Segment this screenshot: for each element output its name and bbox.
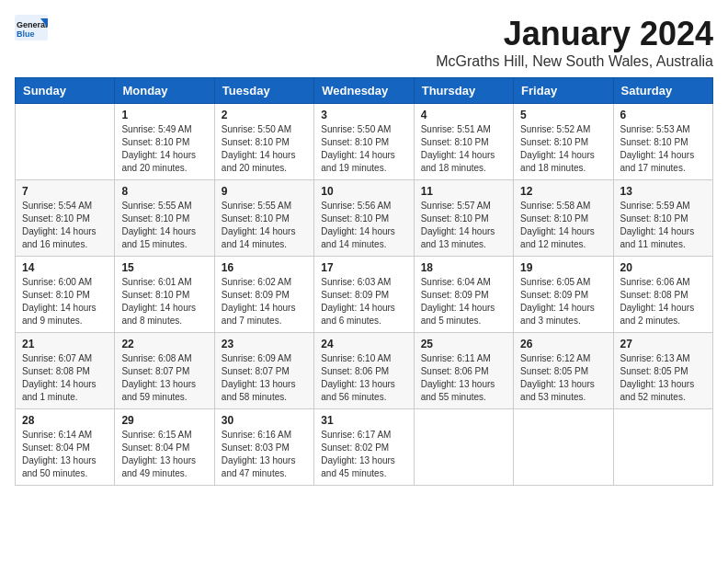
calendar-cell: 20Sunrise: 6:06 AM Sunset: 8:08 PM Dayli… (613, 257, 712, 333)
calendar-cell (514, 409, 613, 486)
calendar-cell: 3Sunrise: 5:50 AM Sunset: 8:10 PM Daylig… (314, 104, 414, 180)
calendar-cell: 14Sunrise: 6:00 AM Sunset: 8:10 PM Dayli… (16, 257, 115, 333)
weekday-header-thursday: Thursday (414, 78, 513, 104)
day-info: Sunrise: 6:16 AM Sunset: 8:03 PM Dayligh… (222, 429, 307, 480)
day-info: Sunrise: 5:53 AM Sunset: 8:10 PM Dayligh… (620, 123, 706, 175)
day-info: Sunrise: 6:08 AM Sunset: 8:07 PM Dayligh… (121, 352, 207, 404)
day-info: Sunrise: 5:55 AM Sunset: 8:10 PM Dayligh… (222, 200, 307, 251)
day-info: Sunrise: 6:17 AM Sunset: 8:02 PM Dayligh… (321, 429, 406, 480)
day-number: 12 (520, 185, 606, 198)
day-info: Sunrise: 5:59 AM Sunset: 8:10 PM Dayligh… (620, 200, 706, 251)
month-title: January 2024 (436, 15, 713, 53)
calendar-cell: 21Sunrise: 6:07 AM Sunset: 8:08 PM Dayli… (16, 333, 115, 409)
weekday-header-sunday: Sunday (16, 78, 115, 104)
calendar-cell: 22Sunrise: 6:08 AM Sunset: 8:07 PM Dayli… (115, 333, 214, 409)
calendar-cell: 17Sunrise: 6:03 AM Sunset: 8:09 PM Dayli… (314, 257, 414, 333)
day-info: Sunrise: 6:01 AM Sunset: 8:10 PM Dayligh… (121, 276, 207, 327)
day-number: 29 (121, 414, 207, 427)
day-number: 15 (121, 261, 207, 274)
day-number: 18 (421, 261, 506, 274)
day-number: 21 (22, 338, 108, 350)
calendar-cell: 31Sunrise: 6:17 AM Sunset: 8:02 PM Dayli… (314, 409, 414, 486)
calendar-cell: 24Sunrise: 6:10 AM Sunset: 8:06 PM Dayli… (314, 333, 414, 409)
week-row-5: 28Sunrise: 6:14 AM Sunset: 8:04 PM Dayli… (16, 409, 713, 486)
week-row-2: 7Sunrise: 5:54 AM Sunset: 8:10 PM Daylig… (16, 180, 713, 257)
day-number: 10 (321, 185, 406, 198)
calendar-cell: 23Sunrise: 6:09 AM Sunset: 8:07 PM Dayli… (214, 333, 313, 409)
page-header: General Blue January 2024 McGraths Hill,… (15, 15, 713, 70)
day-info: Sunrise: 5:55 AM Sunset: 8:10 PM Dayligh… (121, 200, 207, 251)
logo: General Blue (15, 15, 48, 40)
calendar-cell: 6Sunrise: 5:53 AM Sunset: 8:10 PM Daylig… (613, 104, 712, 180)
svg-text:General: General (17, 20, 48, 29)
day-info: Sunrise: 6:11 AM Sunset: 8:06 PM Dayligh… (421, 352, 506, 404)
calendar-cell: 19Sunrise: 6:05 AM Sunset: 8:09 PM Dayli… (514, 257, 613, 333)
day-info: Sunrise: 5:50 AM Sunset: 8:10 PM Dayligh… (222, 123, 307, 175)
calendar-cell (613, 409, 712, 486)
day-number: 3 (321, 109, 406, 121)
calendar-cell: 30Sunrise: 6:16 AM Sunset: 8:03 PM Dayli… (214, 409, 313, 486)
weekday-header-row: SundayMondayTuesdayWednesdayThursdayFrid… (16, 78, 713, 104)
title-area: January 2024 McGraths Hill, New South Wa… (436, 15, 713, 70)
day-number: 13 (620, 185, 706, 198)
calendar-cell: 9Sunrise: 5:55 AM Sunset: 8:10 PM Daylig… (214, 180, 313, 257)
svg-text:Blue: Blue (17, 29, 35, 39)
day-number: 26 (520, 338, 606, 350)
weekday-header-friday: Friday (514, 78, 613, 104)
day-number: 4 (421, 109, 506, 121)
calendar-cell: 27Sunrise: 6:13 AM Sunset: 8:05 PM Dayli… (613, 333, 712, 409)
day-info: Sunrise: 6:00 AM Sunset: 8:10 PM Dayligh… (22, 276, 108, 327)
day-number: 19 (520, 261, 606, 274)
day-number: 22 (121, 338, 207, 350)
day-number: 9 (222, 185, 307, 198)
calendar-cell (414, 409, 513, 486)
day-info: Sunrise: 6:13 AM Sunset: 8:05 PM Dayligh… (620, 352, 706, 404)
day-number: 31 (321, 414, 406, 427)
day-number: 23 (222, 338, 307, 350)
day-info: Sunrise: 5:54 AM Sunset: 8:10 PM Dayligh… (22, 200, 108, 251)
day-info: Sunrise: 5:51 AM Sunset: 8:10 PM Dayligh… (421, 123, 506, 175)
calendar-cell: 28Sunrise: 6:14 AM Sunset: 8:04 PM Dayli… (16, 409, 115, 486)
day-number: 25 (421, 338, 506, 350)
day-number: 20 (620, 261, 706, 274)
weekday-header-monday: Monday (115, 78, 214, 104)
calendar-cell: 8Sunrise: 5:55 AM Sunset: 8:10 PM Daylig… (115, 180, 214, 257)
day-number: 2 (222, 109, 307, 121)
day-info: Sunrise: 6:09 AM Sunset: 8:07 PM Dayligh… (222, 352, 307, 404)
calendar-cell: 7Sunrise: 5:54 AM Sunset: 8:10 PM Daylig… (16, 180, 115, 257)
day-info: Sunrise: 5:49 AM Sunset: 8:10 PM Dayligh… (121, 123, 207, 175)
day-number: 8 (121, 185, 207, 198)
day-info: Sunrise: 5:50 AM Sunset: 8:10 PM Dayligh… (321, 123, 406, 175)
calendar-cell (16, 104, 115, 180)
calendar-cell: 2Sunrise: 5:50 AM Sunset: 8:10 PM Daylig… (214, 104, 313, 180)
calendar-cell: 25Sunrise: 6:11 AM Sunset: 8:06 PM Dayli… (414, 333, 513, 409)
day-info: Sunrise: 6:05 AM Sunset: 8:09 PM Dayligh… (520, 276, 606, 327)
weekday-header-tuesday: Tuesday (214, 78, 313, 104)
week-row-3: 14Sunrise: 6:00 AM Sunset: 8:10 PM Dayli… (16, 257, 713, 333)
day-number: 6 (620, 109, 706, 121)
calendar-cell: 11Sunrise: 5:57 AM Sunset: 8:10 PM Dayli… (414, 180, 513, 257)
day-number: 27 (620, 338, 706, 350)
day-number: 16 (222, 261, 307, 274)
calendar-cell: 29Sunrise: 6:15 AM Sunset: 8:04 PM Dayli… (115, 409, 214, 486)
calendar-cell: 5Sunrise: 5:52 AM Sunset: 8:10 PM Daylig… (514, 104, 613, 180)
location-title: McGraths Hill, New South Wales, Australi… (436, 53, 713, 70)
week-row-4: 21Sunrise: 6:07 AM Sunset: 8:08 PM Dayli… (16, 333, 713, 409)
day-number: 30 (222, 414, 307, 427)
calendar-cell: 10Sunrise: 5:56 AM Sunset: 8:10 PM Dayli… (314, 180, 414, 257)
day-info: Sunrise: 5:52 AM Sunset: 8:10 PM Dayligh… (520, 123, 606, 175)
logo-icon: General Blue (15, 15, 48, 40)
calendar-cell: 1Sunrise: 5:49 AM Sunset: 8:10 PM Daylig… (115, 104, 214, 180)
calendar-table: SundayMondayTuesdayWednesdayThursdayFrid… (15, 77, 713, 486)
calendar-cell: 26Sunrise: 6:12 AM Sunset: 8:05 PM Dayli… (514, 333, 613, 409)
day-number: 5 (520, 109, 606, 121)
calendar-cell: 13Sunrise: 5:59 AM Sunset: 8:10 PM Dayli… (613, 180, 712, 257)
day-info: Sunrise: 6:10 AM Sunset: 8:06 PM Dayligh… (321, 352, 406, 404)
day-info: Sunrise: 5:56 AM Sunset: 8:10 PM Dayligh… (321, 200, 406, 251)
weekday-header-wednesday: Wednesday (314, 78, 414, 104)
calendar-cell: 15Sunrise: 6:01 AM Sunset: 8:10 PM Dayli… (115, 257, 214, 333)
week-row-1: 1Sunrise: 5:49 AM Sunset: 8:10 PM Daylig… (16, 104, 713, 180)
day-info: Sunrise: 6:07 AM Sunset: 8:08 PM Dayligh… (22, 352, 108, 404)
day-info: Sunrise: 6:03 AM Sunset: 8:09 PM Dayligh… (321, 276, 406, 327)
calendar-cell: 18Sunrise: 6:04 AM Sunset: 8:09 PM Dayli… (414, 257, 513, 333)
